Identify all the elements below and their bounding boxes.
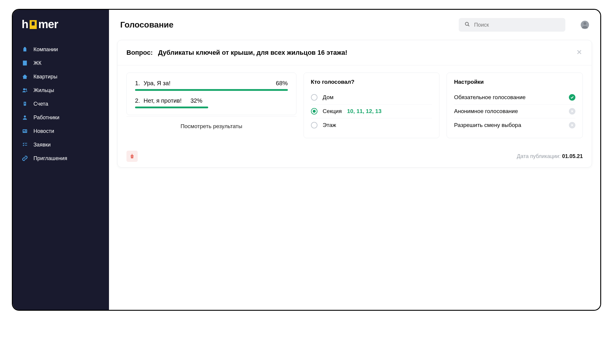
users-icon	[22, 87, 28, 94]
svg-point-9	[465, 22, 468, 25]
svg-rect-8	[23, 132, 27, 132]
progress-fill	[135, 107, 208, 108]
svg-point-3	[24, 115, 26, 117]
main: Голосование Вопрос: Дубликаты ключей от …	[109, 10, 600, 310]
sidebar-item-label: Жильцы	[33, 87, 54, 94]
radio-icon	[311, 122, 317, 128]
voter-scope-row[interactable]: Секция 10, 11, 12, 13	[311, 104, 432, 118]
setting-row[interactable]: Обязательное голосование	[454, 91, 575, 104]
question-text: Дубликаты ключей от крыши, для всех жиль…	[158, 49, 347, 57]
sidebar-item-label: Заявки	[33, 142, 51, 148]
progress-fill	[135, 89, 288, 91]
progress-bar	[135, 89, 288, 91]
svg-rect-6	[25, 130, 27, 130]
x-icon	[569, 122, 575, 128]
worker-icon	[22, 114, 28, 121]
voter-scope-row[interactable]: Этаж	[311, 118, 432, 132]
search-box[interactable]	[459, 18, 565, 32]
sidebar-item-label: Новости	[33, 128, 54, 134]
option-text: Нет, я против!	[144, 97, 182, 104]
sidebar-item-label: Компании	[33, 46, 58, 53]
sidebar-item-news[interactable]: Новости	[13, 124, 109, 138]
question-label: Вопрос:	[126, 49, 153, 57]
voter-scope-row[interactable]: Дом	[311, 91, 432, 104]
avatar[interactable]	[581, 21, 589, 29]
voter-scope-label: Секция	[323, 108, 342, 115]
sidebar-item-requests[interactable]: Заявки	[13, 138, 109, 152]
voters-title: Кто голосовал?	[311, 79, 432, 85]
publish-label: Дата публикации:	[517, 153, 562, 159]
sidebar-item-label: Работники	[33, 115, 60, 121]
voter-scope-label: Этаж	[323, 122, 336, 128]
sidebar-item-bills[interactable]: $ Счета	[13, 97, 109, 111]
view-results-button[interactable]: Посмотреть результаты	[126, 116, 296, 136]
setting-label: Анонимное голосование	[454, 108, 518, 115]
link-icon	[22, 155, 28, 162]
card-footer: Дата публикации: 01.05.21	[118, 145, 592, 167]
check-icon	[569, 94, 575, 101]
close-button[interactable]	[576, 49, 583, 57]
setting-row[interactable]: Анонимное голосование	[454, 104, 575, 118]
checklist-icon	[22, 141, 28, 148]
setting-label: Обязательное голосование	[454, 94, 526, 101]
content: Вопрос: Дубликаты ключей от крыши, для в…	[109, 40, 600, 167]
sidebar-item-label: Счета	[33, 101, 48, 107]
bill-icon: $	[22, 101, 28, 107]
svg-rect-5	[23, 130, 25, 131]
settings-panel: Настройки Обязательное голосование Анони…	[447, 73, 583, 138]
sidebar-item-residents[interactable]: Жильцы	[13, 83, 109, 97]
publish-date: Дата публикации: 01.05.21	[517, 153, 583, 160]
company-icon	[22, 46, 28, 53]
setting-label: Разрешить смену выбора	[454, 122, 521, 128]
voters-panel: Кто голосовал? Дом Секция 10, 11, 12, 13	[304, 73, 440, 138]
sidebar-item-label: ЖК	[33, 60, 41, 66]
voter-scope-values: 10, 11, 12, 13	[347, 108, 381, 115]
progress-bar	[135, 107, 288, 108]
poll-option[interactable]: 2. Нет, я против! 32%	[135, 97, 288, 108]
option-number: 2.	[135, 97, 140, 104]
topbar: Голосование	[109, 10, 600, 40]
svg-point-1	[25, 88, 27, 90]
svg-point-0	[23, 88, 25, 90]
x-icon	[569, 108, 575, 115]
vote-card: Вопрос: Дубликаты ключей от крыши, для в…	[117, 40, 592, 167]
svg-point-10	[583, 22, 586, 25]
settings-title: Настройки	[454, 79, 575, 85]
poll-column: 1. Ура, Я за! 68% 2. Нет, я против!	[126, 73, 296, 138]
search-icon	[465, 22, 470, 28]
news-icon	[22, 128, 28, 134]
radio-icon	[311, 94, 317, 101]
logo: h mer	[13, 18, 109, 43]
building-icon	[22, 60, 28, 66]
sidebar-item-workers[interactable]: Работники	[13, 111, 109, 124]
delete-button[interactable]	[126, 151, 138, 162]
logo-text: mer	[38, 18, 58, 31]
logo-text: h	[22, 18, 28, 31]
sidebar-item-label: Квартиры	[33, 74, 57, 80]
home-icon	[22, 73, 28, 80]
sidebar-item-complex[interactable]: ЖК	[13, 56, 109, 70]
option-percent: 68%	[276, 80, 288, 87]
app-frame: h mer Компании ЖК Квартиры Жильцы $ Счет…	[12, 9, 601, 311]
svg-rect-7	[25, 131, 27, 131]
sidebar-item-companies[interactable]: Компании	[13, 43, 109, 56]
columns: 1. Ура, Я за! 68% 2. Нет, я против!	[118, 65, 592, 145]
option-number: 1.	[135, 80, 140, 87]
logo-square-icon	[30, 20, 37, 29]
voter-scope-label: Дом	[323, 94, 334, 101]
setting-row[interactable]: Разрешить смену выбора	[454, 118, 575, 132]
question-header: Вопрос: Дубликаты ключей от крыши, для в…	[118, 40, 592, 65]
publish-date-value: 01.05.21	[562, 153, 583, 159]
option-percent: 32%	[190, 97, 202, 104]
sidebar-item-apartments[interactable]: Квартиры	[13, 70, 109, 83]
poll-option[interactable]: 1. Ура, Я за! 68%	[135, 80, 288, 91]
option-text: Ура, Я за!	[144, 80, 171, 87]
sidebar-item-invites[interactable]: Приглашения	[13, 152, 109, 165]
sidebar: h mer Компании ЖК Квартиры Жильцы $ Счет…	[13, 10, 109, 310]
page-title: Голосование	[120, 20, 174, 30]
poll-box: 1. Ура, Я за! 68% 2. Нет, я против!	[126, 73, 296, 115]
sidebar-item-label: Приглашения	[33, 155, 67, 162]
search-input[interactable]	[474, 22, 559, 28]
radio-icon	[311, 108, 317, 115]
